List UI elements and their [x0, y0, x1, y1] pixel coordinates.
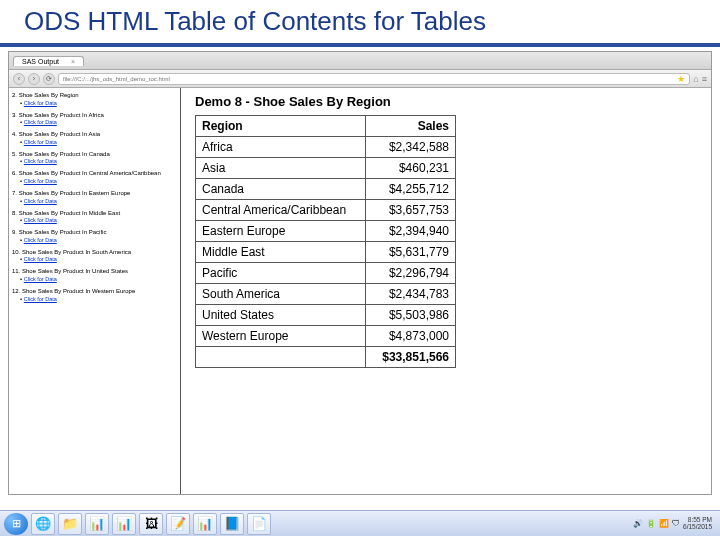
cell-sales: $4,255,712: [366, 179, 456, 200]
taskbar-item[interactable]: 📘: [220, 513, 244, 535]
cell-sales: $2,434,783: [366, 284, 456, 305]
browser-tab[interactable]: SAS Output ×: [13, 56, 84, 66]
close-icon[interactable]: ×: [71, 58, 75, 65]
cell-sales: $5,503,986: [366, 305, 456, 326]
toc-link[interactable]: Click for Data: [24, 256, 57, 262]
toc-link[interactable]: Click for Data: [24, 139, 57, 145]
table-total-row: $33,851,566: [196, 347, 456, 368]
cell-region: Western Europe: [196, 326, 366, 347]
table-row: Asia$460,231: [196, 158, 456, 179]
slide-title: ODS HTML Table of Contents for Tables: [0, 0, 720, 47]
toc-link[interactable]: Click for Data: [24, 119, 57, 125]
toc-item: 8. Shoe Sales By Product In Middle EastC…: [12, 210, 177, 224]
table-row: Africa$2,342,588: [196, 137, 456, 158]
taskbar-item[interactable]: 📝: [166, 513, 190, 535]
toc-label: 4. Shoe Sales By Product In Asia: [12, 131, 177, 138]
toc-link[interactable]: Click for Data: [24, 276, 57, 282]
browser-window: SAS Output × ‹ › ⟳ file:///C:/.../jhs_od…: [8, 51, 712, 495]
main-pane: Demo 8 - Shoe Sales By Region Region Sal…: [181, 88, 711, 494]
table-row: Pacific$2,296,794: [196, 263, 456, 284]
toc-label: 11. Shoe Sales By Product In United Stat…: [12, 268, 177, 275]
tab-label: SAS Output: [22, 58, 59, 65]
toc-item: 2. Shoe Sales By RegionClick for Data: [12, 92, 177, 106]
table-row: United States$5,503,986: [196, 305, 456, 326]
cell-sales: $3,657,753: [366, 200, 456, 221]
taskbar: ⊞ 🌐📁📊📊🖼📝📊📘📄 🔊🔋📶🛡 8:55 PM 6/15/2015: [0, 510, 720, 536]
toc-label: 3. Shoe Sales By Product In Africa: [12, 112, 177, 119]
toc-item: 11. Shoe Sales By Product In United Stat…: [12, 268, 177, 282]
report-title: Demo 8 - Shoe Sales By Region: [195, 94, 711, 109]
toc-sublink: Click for Data: [20, 296, 177, 302]
home-icon[interactable]: ⌂: [693, 74, 698, 84]
url-text: file:///C:/.../jhs_ods_html_demo_toc.htm…: [63, 76, 170, 82]
cell-sales: $2,296,794: [366, 263, 456, 284]
toc-link[interactable]: Click for Data: [24, 296, 57, 302]
col-sales: Sales: [366, 116, 456, 137]
taskbar-item[interactable]: 📊: [193, 513, 217, 535]
tray-icon[interactable]: 📶: [659, 519, 669, 528]
toc-sublink: Click for Data: [20, 100, 177, 106]
cell-sales: $2,342,588: [366, 137, 456, 158]
toc-link[interactable]: Click for Data: [24, 237, 57, 243]
content-area: 2. Shoe Sales By RegionClick for Data3. …: [9, 88, 711, 494]
taskbar-item[interactable]: 📄: [247, 513, 271, 535]
cell-sales: $5,631,779: [366, 242, 456, 263]
toc-label: 10. Shoe Sales By Product In South Ameri…: [12, 249, 177, 256]
toc-link[interactable]: Click for Data: [24, 217, 57, 223]
bookmark-icon[interactable]: ★: [677, 74, 685, 84]
toc-item: 6. Shoe Sales By Product In Central Amer…: [12, 170, 177, 184]
table-row: Middle East$5,631,779: [196, 242, 456, 263]
cell-sales: $2,394,940: [366, 221, 456, 242]
toc-link[interactable]: Click for Data: [24, 158, 57, 164]
toc-item: 4. Shoe Sales By Product In AsiaClick fo…: [12, 131, 177, 145]
menu-icon[interactable]: ≡: [702, 74, 707, 84]
taskbar-item[interactable]: 🌐: [31, 513, 55, 535]
tray-icon[interactable]: 🔊: [633, 519, 643, 528]
toc-sublink: Click for Data: [20, 119, 177, 125]
cell-sales: $4,873,000: [366, 326, 456, 347]
slide: ODS HTML Table of Contents for Tables SA…: [0, 0, 720, 540]
cell-region: Africa: [196, 137, 366, 158]
tray-clock[interactable]: 8:55 PM 6/15/2015: [683, 517, 712, 530]
toc-label: 7. Shoe Sales By Product In Eastern Euro…: [12, 190, 177, 197]
tray-date: 6/15/2015: [683, 524, 712, 531]
taskbar-item[interactable]: 📁: [58, 513, 82, 535]
tray-icon[interactable]: 🔋: [646, 519, 656, 528]
toc-item: 9. Shoe Sales By Product In PacificClick…: [12, 229, 177, 243]
table-row: Central America/Caribbean$3,657,753: [196, 200, 456, 221]
cell-region: Middle East: [196, 242, 366, 263]
toc-link[interactable]: Click for Data: [24, 178, 57, 184]
cell-region: Canada: [196, 179, 366, 200]
toc-link[interactable]: Click for Data: [24, 100, 57, 106]
toc-label: 6. Shoe Sales By Product In Central Amer…: [12, 170, 177, 177]
col-region: Region: [196, 116, 366, 137]
toc-sublink: Click for Data: [20, 256, 177, 262]
table-row: Eastern Europe$2,394,940: [196, 221, 456, 242]
report-table: Region Sales Africa$2,342,588Asia$460,23…: [195, 115, 456, 368]
cell-region: [196, 347, 366, 368]
toc-sublink: Click for Data: [20, 276, 177, 282]
reload-button[interactable]: ⟳: [43, 73, 55, 85]
url-bar[interactable]: file:///C:/.../jhs_ods_html_demo_toc.htm…: [58, 73, 690, 85]
toc-item: 5. Shoe Sales By Product In CanadaClick …: [12, 151, 177, 165]
toolbar-right: ⌂ ≡: [693, 74, 707, 84]
table-row: South America$2,434,783: [196, 284, 456, 305]
taskbar-item[interactable]: 📊: [112, 513, 136, 535]
start-button[interactable]: ⊞: [4, 513, 28, 535]
toc-item: 10. Shoe Sales By Product In South Ameri…: [12, 249, 177, 263]
toc-pane: 2. Shoe Sales By RegionClick for Data3. …: [9, 88, 181, 494]
tray-icon[interactable]: 🛡: [672, 519, 680, 528]
forward-button[interactable]: ›: [28, 73, 40, 85]
browser-tabbar: SAS Output ×: [9, 52, 711, 70]
cell-region: Asia: [196, 158, 366, 179]
back-button[interactable]: ‹: [13, 73, 25, 85]
cell-region: Eastern Europe: [196, 221, 366, 242]
taskbar-item[interactable]: 🖼: [139, 513, 163, 535]
taskbar-item[interactable]: 📊: [85, 513, 109, 535]
cell-sales: $460,231: [366, 158, 456, 179]
toc-label: 9. Shoe Sales By Product In Pacific: [12, 229, 177, 236]
cell-region: South America: [196, 284, 366, 305]
table-header-row: Region Sales: [196, 116, 456, 137]
toc-link[interactable]: Click for Data: [24, 198, 57, 204]
cell-sales: $33,851,566: [366, 347, 456, 368]
